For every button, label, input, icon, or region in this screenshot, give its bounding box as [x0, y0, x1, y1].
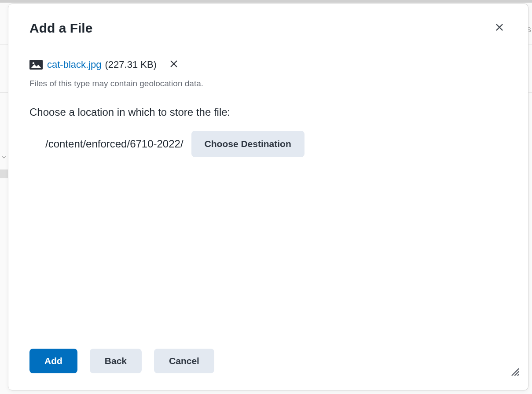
file-size: (227.31 KB) [105, 59, 157, 70]
close-dialog-button[interactable] [492, 20, 507, 36]
svg-point-3 [33, 62, 35, 64]
file-name-link[interactable]: cat-black.jpg [47, 59, 102, 70]
image-icon [29, 60, 43, 70]
dialog-body: cat-black.jpg (227.31 KB) Files of this … [8, 41, 528, 341]
dialog-header: Add a File [8, 4, 528, 41]
geolocation-warning: Files of this type may contain geolocati… [29, 79, 507, 88]
choose-location-label: Choose a location in which to store the … [29, 106, 507, 118]
add-file-dialog: Add a File cat-black.jpg (227.31 KB) [8, 4, 528, 390]
remove-file-button[interactable] [167, 57, 180, 72]
location-path: /content/enforced/6710-2022/ [45, 138, 183, 150]
cancel-button[interactable]: Cancel [154, 349, 214, 373]
background-topbar [0, 0, 532, 3]
resize-handle[interactable] [509, 365, 520, 379]
location-row: /content/enforced/6710-2022/ Choose Dest… [29, 131, 507, 157]
back-button[interactable]: Back [90, 349, 142, 373]
add-button[interactable]: Add [29, 349, 77, 373]
resize-icon [509, 371, 520, 378]
dialog-footer: Add Back Cancel [8, 341, 528, 390]
choose-destination-button[interactable]: Choose Destination [191, 131, 305, 157]
close-icon [495, 22, 504, 33]
dialog-title: Add a File [29, 21, 92, 36]
chevron-down-icon [1, 154, 7, 162]
uploaded-file-row: cat-black.jpg (227.31 KB) [29, 57, 507, 72]
svg-line-8 [518, 375, 519, 376]
remove-icon [169, 59, 179, 70]
background-edge [0, 169, 9, 178]
